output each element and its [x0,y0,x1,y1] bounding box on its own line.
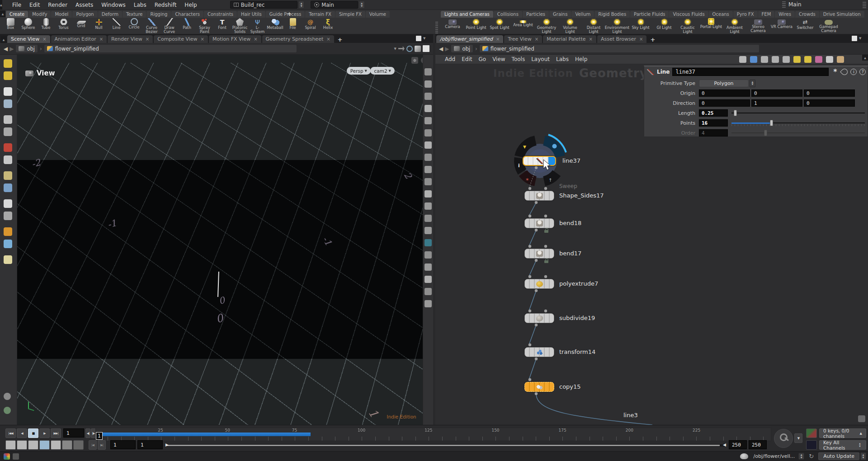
shelf-tool[interactable]: Camera [441,18,464,34]
shelf-tab[interactable]: Modify [28,11,51,18]
add-shelf-tab-button[interactable]: + [284,11,295,17]
magnet-tool-icon[interactable] [4,212,12,220]
length-field[interactable]: 0.25 [699,109,728,117]
gear-icon[interactable]: * [831,68,839,75]
scissors-tool-icon[interactable] [4,155,12,164]
link-square-icon[interactable] [423,45,429,52]
globe-tool-icon[interactable] [4,240,12,248]
shelf-tool[interactable]: Torus [55,18,72,34]
shelf-tab[interactable]: Particles [523,11,549,18]
sort-icon[interactable]: ≑ [411,57,418,64]
shelf-tool[interactable]: Geometry Light [535,18,558,34]
pane-tab[interactable]: Animation Editor × [51,35,107,43]
grid-view-icon[interactable] [772,56,779,63]
range-slider[interactable]: ▶ ◀ [165,444,726,447]
shelf-tool[interactable]: Tube [37,18,55,34]
close-icon[interactable]: × [42,37,46,42]
keys-status-button[interactable]: 0 keys, 0/0 channels▲ [819,428,866,438]
shelf-tab[interactable]: Vellum [571,11,594,18]
points-slider[interactable] [731,119,865,127]
transport-button[interactable]: ▶▶| [51,428,61,438]
info-icon[interactable]: i [850,69,857,75]
menu-item[interactable]: Redshift [151,2,181,8]
grid-snap-icon[interactable] [13,453,19,460]
refresh-icon[interactable]: ↻ [809,453,814,460]
crosshair-icon[interactable] [425,93,432,100]
shelf-tool[interactable]: Sphere [19,18,37,34]
pane-tab[interactable]: Scene View × [7,35,50,43]
wand-tool-icon[interactable] [4,127,12,136]
node-subdivide19[interactable]: subdivide19 [524,313,554,323]
pan-hand-icon[interactable] [837,56,844,63]
shelf-tab[interactable]: Simple FX [335,11,365,18]
length-slider[interactable] [731,109,865,117]
close-icon[interactable]: × [326,37,330,42]
key-step-icon[interactable] [62,440,72,450]
transport-button[interactable]: ◀ [17,428,27,438]
menu-item[interactable]: Windows [97,2,130,8]
handles-display-icon[interactable] [425,276,432,283]
sticky-note-alt-icon[interactable] [804,56,811,63]
range-slider-left-handle[interactable]: ▶ [165,442,169,447]
shade-mode-icon[interactable] [425,166,432,173]
shelf-tool[interactable]: Switcher [793,18,817,34]
node-polyextrude7[interactable]: polyextrude7 [524,279,554,289]
primitive-type-spinner[interactable]: ▲▼ [750,80,755,87]
shelf-tab[interactable]: Rigging [146,11,171,18]
close-icon[interactable]: × [254,37,257,42]
group-display-icon[interactable] [425,288,432,295]
paint-brush-icon[interactable] [4,59,12,68]
shelf-tool[interactable]: Ambient Light [723,18,746,34]
shelf-tab[interactable]: Pyro FX [733,11,758,18]
dim-key-icon[interactable] [73,440,84,450]
layout-dropdown[interactable]: Main [311,1,358,9]
ruler-icon[interactable] [51,440,61,450]
range-start-field[interactable]: 1 [110,440,136,449]
persp-view-button[interactable]: Persp▼ [347,67,371,75]
shelf-tool[interactable]: Area Light [511,18,535,34]
desktop-spinner[interactable]: ▲▼ [298,1,304,9]
select-arrow-icon[interactable] [4,87,12,96]
shelf-tool[interactable]: L-System [249,18,266,34]
snap-display-icon[interactable] [425,263,432,271]
pane-tab[interactable]: Geometry Spreadsheet × [262,35,334,43]
cube-tool-icon[interactable] [4,171,12,180]
path-node-chip[interactable]: flower_simplified [479,44,760,53]
search-icon[interactable] [840,67,849,76]
shelf-tool[interactable]: Box [2,18,19,34]
view-layout-icon[interactable] [425,68,432,75]
back-icon[interactable]: ◀ [4,46,8,52]
desktop-tab-main[interactable]: Main [782,1,802,8]
shelf-tab[interactable]: Terrain FX [305,11,335,18]
origin-y-field[interactable]: 0 [751,89,802,97]
node-copy15[interactable]: copy15 [524,382,554,392]
close-icon[interactable]: × [146,37,149,42]
shelf-tab[interactable]: Texture [123,11,146,18]
realtime-clock-icon[interactable] [39,440,50,450]
current-frame-field[interactable]: 1 [63,428,84,437]
node-transform14[interactable]: transform14 [524,347,554,357]
shelf-tool[interactable]: Platonic Solids [231,18,249,34]
lock-icon[interactable] [4,99,12,108]
shelf-tab[interactable]: Wires [775,11,795,18]
transport-button[interactable]: ■ [28,428,38,438]
shelf-tool[interactable]: Draw Curve [160,18,178,34]
chart-icon[interactable] [750,56,757,63]
template-display-icon[interactable] [425,300,432,307]
menu-item[interactable]: Assets [71,2,97,8]
shelf-tool[interactable]: Caustic Light [676,18,699,34]
pin-icon[interactable] [425,129,432,136]
key-options-dropdown[interactable]: ▼ [794,433,802,443]
node-shape-sides17[interactable]: Shape_Sides17 [524,191,554,201]
lock-camera-icon[interactable] [425,80,432,88]
help-icon[interactable]: ? [859,69,866,75]
shelf-tab[interactable]: Viscous Fluids [669,11,708,18]
pane-corner-arrow[interactable]: ▲ [0,0,2,9]
info-circle-icon[interactable] [4,393,11,400]
clip-icon[interactable] [425,154,432,161]
pin-pane-icon[interactable] [398,46,405,52]
wrench-icon[interactable] [739,56,746,63]
path-context-chip[interactable]: obj [451,44,473,53]
layout-spinner[interactable]: ▲▼ [359,1,365,9]
shelf-tool[interactable]: Line [108,18,125,34]
